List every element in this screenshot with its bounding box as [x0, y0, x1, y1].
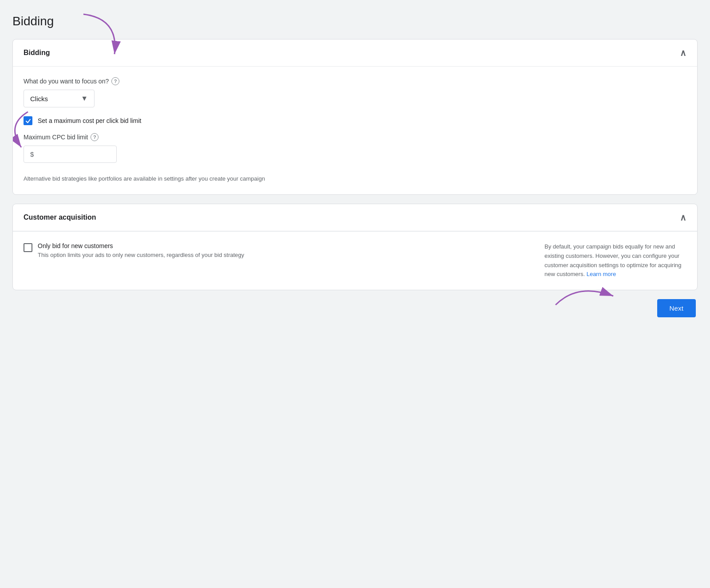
learn-more-link[interactable]: Learn more — [587, 271, 616, 277]
customer-acquisition-title: Customer acquisition — [24, 213, 96, 221]
customer-acquisition-header: Customer acquisition ∧ — [13, 204, 697, 231]
customer-acquisition-card: Customer acquisition ∧ Only bid for new … — [12, 204, 698, 290]
cpc-help-icon[interactable]: ? — [91, 133, 99, 141]
customer-acquisition-left: Only bid for new customers This option l… — [24, 242, 544, 261]
bidding-card: Bidding ∧ What do you want to focus on? … — [12, 39, 698, 195]
dropdown-arrow-icon: ▼ — [81, 95, 88, 103]
new-customer-checkbox[interactable] — [24, 243, 32, 252]
cpc-input-wrapper: $ — [24, 146, 117, 163]
focus-field-label: What do you want to focus on? ? — [24, 77, 686, 85]
focus-dropdown[interactable]: Clicks ▼ — [24, 90, 95, 107]
next-button[interactable]: Next — [657, 299, 696, 317]
customer-acquisition-collapse-icon[interactable]: ∧ — [680, 212, 686, 223]
bidding-collapse-icon[interactable]: ∧ — [680, 47, 686, 58]
customer-acquisition-body: Only bid for new customers This option l… — [13, 231, 697, 290]
new-customer-label: Only bid for new customers — [38, 242, 244, 249]
dollar-sign-icon: $ — [30, 150, 34, 158]
page-footer: Next — [12, 299, 698, 317]
cpc-field-label: Maximum CPC bid limit ? — [24, 133, 686, 141]
focus-dropdown-value: Clicks — [30, 95, 48, 103]
page-title: Bidding — [12, 14, 698, 28]
max-cpc-checkbox[interactable] — [24, 116, 32, 125]
customer-acquisition-description: By default, your campaign bids equally f… — [544, 242, 686, 279]
bidding-card-header: Bidding ∧ — [13, 39, 697, 67]
new-customer-checkbox-row: Only bid for new customers This option l… — [24, 242, 527, 258]
max-cpc-checkbox-label: Set a maximum cost per click bid limit — [38, 117, 141, 124]
annotation-arrow-2 — [12, 107, 41, 152]
bidding-card-title: Bidding — [24, 49, 50, 57]
alt-bid-note: Alternative bid strategies like portfoli… — [24, 175, 686, 182]
focus-help-icon[interactable]: ? — [111, 77, 119, 85]
new-customer-content: Only bid for new customers This option l… — [38, 242, 244, 258]
bidding-card-body: What do you want to focus on? ? Clicks ▼ — [13, 67, 697, 194]
cpc-input[interactable] — [37, 150, 110, 158]
max-cpc-checkbox-row: Set a maximum cost per click bid limit — [24, 116, 686, 125]
new-customer-sublabel: This option limits your ads to only new … — [38, 252, 244, 258]
customer-acquisition-row: Only bid for new customers This option l… — [13, 231, 697, 290]
